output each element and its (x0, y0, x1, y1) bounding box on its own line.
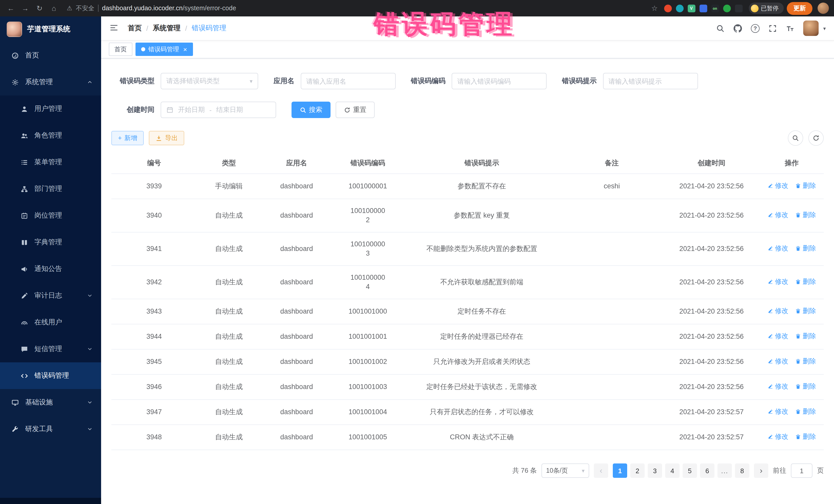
export-button[interactable]: 导出 (149, 131, 184, 145)
refresh-table-button[interactable] (808, 130, 824, 146)
page-button-1[interactable]: 1 (613, 463, 627, 478)
drop-extension-icon[interactable] (676, 4, 683, 12)
page-button-5[interactable]: 5 (683, 463, 697, 478)
edit-link[interactable]: 修改 (767, 382, 788, 391)
sidebar-item-菜单管理[interactable]: 菜单管理 (0, 149, 101, 176)
next-page-button[interactable]: › (754, 463, 768, 478)
sidebar-item-首页[interactable]: 首页 (0, 42, 101, 69)
chevron-down-icon (87, 346, 93, 352)
trash-icon (795, 308, 801, 314)
error-hint-input[interactable] (603, 73, 698, 89)
page-ellipsis[interactable]: ... (718, 463, 732, 478)
bookmark-star-icon[interactable]: ☆ (651, 4, 658, 12)
prev-page-button[interactable]: ‹ (594, 463, 608, 478)
error-code-input[interactable] (452, 73, 547, 89)
page-button-2[interactable]: 2 (630, 463, 644, 478)
sidebar-item-label: 错误码管理 (35, 371, 93, 380)
apps-grid-extension-icon[interactable] (699, 4, 707, 12)
edit-link[interactable]: 修改 (767, 332, 788, 341)
add-button[interactable]: + 新增 (111, 131, 144, 145)
app-name-input[interactable] (301, 73, 395, 89)
toggle-search-button[interactable] (788, 130, 803, 146)
github-icon[interactable] (733, 24, 742, 32)
close-icon[interactable]: × (183, 45, 187, 53)
reset-button[interactable]: 重置 (336, 102, 375, 118)
pin-extension-icon[interactable] (735, 4, 742, 12)
record-extension-icon[interactable] (664, 4, 672, 12)
delete-link[interactable]: 删除 (795, 432, 816, 441)
sidebar-item-字典管理[interactable]: 字典管理 (0, 229, 101, 256)
help-icon[interactable]: ? (751, 24, 760, 32)
delete-link[interactable]: 删除 (795, 211, 816, 220)
app-logo[interactable]: 芋道管理系统 (0, 17, 101, 42)
sidebar-item-系统管理[interactable]: 系统管理 (0, 69, 101, 95)
page-button-4[interactable]: 4 (665, 463, 680, 478)
chevron-down-icon: ▾ (582, 467, 585, 474)
sidebar-item-研发工具[interactable]: 研发工具 (0, 416, 101, 442)
delete-link[interactable]: 删除 (795, 306, 816, 316)
paused-profile-chip[interactable]: 已暂停 (749, 3, 784, 14)
sidebar-item-在线用户[interactable]: 在线用户 (0, 309, 101, 336)
breadcrumb-item[interactable]: 首页 (128, 24, 142, 33)
delete-link[interactable]: 删除 (795, 244, 816, 253)
error-type-select[interactable]: 请选择错误码类型 ▾ (161, 73, 258, 89)
sidebar-item-错误码管理[interactable]: 错误码管理 (0, 363, 101, 389)
table-row: 3939手动编辑dashboard1001000001参数配置不存在ceshi2… (111, 174, 824, 199)
breadcrumb-item[interactable]: 系统管理 (153, 24, 181, 33)
sidebar-item-角色管理[interactable]: 角色管理 (0, 122, 101, 149)
sidebar-item-部门管理[interactable]: 部门管理 (0, 176, 101, 202)
sidebar-toggle-icon[interactable] (109, 23, 119, 34)
browser-avatar[interactable] (817, 3, 829, 14)
forward-icon[interactable]: → (20, 3, 31, 14)
create-time-range[interactable]: 开始日期 - 结束日期 (161, 102, 276, 118)
sidebar-collapse-bar[interactable] (0, 498, 101, 504)
delete-link[interactable]: 删除 (795, 357, 816, 366)
tab-首页[interactable]: 首页 (109, 43, 132, 56)
tab-错误码管理[interactable]: 错误码管理× (135, 43, 193, 56)
sidebar-item-基础设施[interactable]: 基础设施 (0, 389, 101, 416)
fullscreen-icon[interactable] (768, 24, 777, 32)
proxy-on-extension-icon[interactable]: on (711, 4, 719, 12)
delete-link[interactable]: 删除 (795, 181, 816, 191)
delete-link[interactable]: 删除 (795, 277, 816, 286)
sidebar-item-短信管理[interactable]: 短信管理 (0, 336, 101, 363)
address-bar[interactable]: ⚠ 不安全 dashboard.yudao.iocoder.cn/system/… (63, 4, 645, 13)
page-button-8[interactable]: 8 (735, 463, 749, 478)
cell-message: 不允许获取敏感配置到前端 (403, 266, 560, 299)
chevron-down-icon[interactable]: ▾ (823, 25, 826, 31)
delete-link[interactable]: 删除 (795, 382, 816, 391)
edit-link[interactable]: 修改 (767, 432, 788, 441)
edit-link[interactable]: 修改 (767, 306, 788, 316)
edit-link[interactable]: 修改 (767, 211, 788, 220)
sidebar-item-用户管理[interactable]: 用户管理 (0, 95, 101, 122)
user-avatar[interactable] (803, 21, 819, 36)
edit-link[interactable]: 修改 (767, 181, 788, 191)
sidebar-item-通知公告[interactable]: 通知公告 (0, 256, 101, 282)
cell-message: 定时任务的处理器已经存在 (403, 324, 560, 349)
browser-update-button[interactable]: 更新 (787, 2, 812, 15)
delete-link[interactable]: 删除 (795, 332, 816, 341)
search-icon[interactable] (716, 24, 725, 32)
vue-devtools-icon[interactable]: V (687, 4, 695, 12)
reload-icon[interactable]: ↻ (34, 3, 45, 14)
table-row: 3944自动生成dashboard1001001001定时任务的处理器已经存在2… (111, 324, 824, 349)
sidebar-item-岗位管理[interactable]: 岗位管理 (0, 202, 101, 229)
page-button-6[interactable]: 6 (700, 463, 715, 478)
back-icon[interactable]: ← (5, 3, 17, 14)
delete-link[interactable]: 删除 (795, 407, 816, 416)
edit-link[interactable]: 修改 (767, 277, 788, 286)
home-icon[interactable]: ⌂ (48, 3, 60, 14)
goto-page-input[interactable] (791, 463, 812, 478)
sidebar: 芋道管理系统 首页系统管理用户管理角色管理菜单管理部门管理岗位管理字典管理通知公… (0, 17, 101, 504)
annotation-overlay-title: 错误码管理 (374, 7, 515, 42)
cell-remark: ceshi (560, 174, 664, 199)
leaf-extension-icon[interactable] (723, 4, 730, 12)
page-size-select[interactable]: 10条/页 ▾ (542, 463, 589, 478)
font-size-icon[interactable] (786, 24, 794, 32)
edit-link[interactable]: 修改 (767, 357, 788, 366)
edit-link[interactable]: 修改 (767, 407, 788, 416)
edit-link[interactable]: 修改 (767, 244, 788, 253)
sidebar-item-审计日志[interactable]: 审计日志 (0, 282, 101, 309)
page-button-3[interactable]: 3 (648, 463, 662, 478)
search-button[interactable]: 搜索 (291, 102, 331, 118)
